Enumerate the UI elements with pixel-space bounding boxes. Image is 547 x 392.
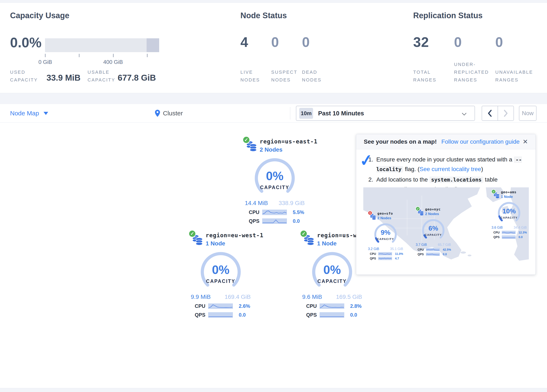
capacity-percent: 6%	[417, 225, 449, 232]
cpu-metric-row: CPU 5.5%	[249, 209, 326, 215]
cpu-value: 2.8%	[350, 303, 362, 309]
dead-nodes-count: 0	[302, 34, 310, 50]
capacity-axis-tick	[79, 54, 79, 57]
cpu-label: CPU	[417, 248, 426, 251]
cpu-value: 12.3%	[519, 231, 527, 234]
capacity-usage-bar	[45, 38, 159, 52]
capacity-label: CAPACITY	[493, 216, 525, 219]
panel-divider	[0, 93, 547, 104]
cpu-metric-row: CPU 2.6%	[195, 303, 272, 309]
region-icon: ✓	[416, 206, 425, 217]
cpu-metric-row: CPU 11.0%	[370, 252, 408, 255]
region-name: region=eu-west-1	[206, 232, 263, 239]
capacity-total: 169.5 GiB	[336, 294, 362, 300]
cpu-metric-row: CPU 12.3%	[493, 231, 529, 234]
qps-sparkline	[426, 253, 440, 256]
capacity-total: 65.7 GiB	[438, 243, 451, 247]
popup-title: See your nodes on a map!	[364, 138, 437, 145]
configuration-guide-link[interactable]: Follow our configuration guide	[441, 138, 520, 145]
step-text-fragment: )	[481, 166, 483, 172]
status-ok-icon: ✓	[188, 230, 196, 237]
under-replicated-ranges-label: UNDER-REPLICATED RANGES	[454, 61, 500, 84]
qps-metric-row: QPS 0.0	[493, 235, 529, 239]
now-button[interactable]: Now	[519, 106, 537, 121]
capacity-used: 9.6 MiB	[302, 294, 322, 300]
capacity-label: CAPACITY	[247, 185, 302, 190]
chevron-right-icon	[503, 110, 508, 117]
region-card-us-east-1[interactable]: ✓ region=us-east-1 2 Nodes	[242, 136, 326, 224]
popup-header: See your nodes on a map! Follow our conf…	[356, 134, 535, 149]
capacity-axis-tick	[113, 54, 114, 57]
footer-strip	[0, 388, 547, 392]
time-range-badge: 10m	[299, 108, 313, 119]
cpu-metric-row: CPU 2.8%	[306, 303, 384, 309]
qps-label: QPS	[306, 312, 320, 318]
breadcrumb[interactable]: Cluster	[155, 104, 183, 123]
status-ok-icon: ✓	[300, 230, 308, 237]
region-card-header: ✓ region=eu-west-1 1 Node	[188, 230, 272, 249]
cpu-sparkline	[208, 303, 233, 309]
cpu-value: 5.5%	[293, 209, 304, 215]
time-prev-button[interactable]	[482, 106, 498, 121]
step-text-fragment: Ensure every node in your cluster was st…	[376, 156, 514, 163]
capacity-used: 14.4 MiB	[245, 200, 268, 206]
time-next-button[interactable]	[498, 106, 514, 121]
capacity-gauge: 0% CAPACITY	[247, 158, 302, 199]
node-status-title: Node Status	[240, 11, 287, 20]
capacity-total: 34.4 GiB	[514, 226, 527, 229]
region-name: region=us-east-1	[260, 138, 317, 145]
cpu-value: 2.6%	[239, 303, 250, 309]
region-card-labels: geo=ams 1 Node	[501, 189, 516, 200]
capacity-values: 3.2 GiB 35.1 GiB	[368, 247, 403, 251]
close-icon[interactable]: ✕	[523, 138, 528, 145]
region-card-eu-west-1[interactable]: ✓ region=eu-west-1 1 Node	[188, 230, 272, 318]
capacity-label: CAPACITY	[193, 279, 248, 284]
geo-card-nyc[interactable]: ✓ geo=nyc 2 Nodes	[416, 206, 455, 256]
locality-tree-link[interactable]: See current locality tree	[419, 166, 481, 172]
region-card-labels: geo=sfo 2 Nodes	[377, 211, 393, 221]
region-card-labels: geo=nyc 2 Nodes	[425, 206, 441, 217]
qps-metric-row: QPS 0.0	[249, 218, 326, 224]
capacity-gauge: 9% CAPACITY	[370, 223, 401, 247]
region-icon: ✓	[491, 189, 501, 200]
capacity-axis-label-400: 400 GiB	[98, 59, 128, 65]
breadcrumb-label: Cluster	[163, 110, 183, 117]
geo-card-sfo[interactable]: 1 geo=sfo 2 Nodes	[368, 211, 408, 260]
capacity-axis-tick	[147, 54, 147, 57]
region-name: geo=ams	[501, 190, 516, 194]
qps-value: 0.0	[293, 218, 300, 224]
capacity-used: 3.7 GiB	[416, 243, 427, 247]
total-ranges-count: 32	[413, 34, 429, 50]
qps-label: QPS	[417, 253, 426, 256]
qps-metric-row: QPS 0.0	[195, 312, 272, 318]
capacity-percent: 9%	[370, 229, 401, 236]
geo-card-ams[interactable]: ✓ geo=ams 1 Node	[491, 189, 529, 239]
live-nodes-count: 4	[240, 34, 248, 50]
qps-value: 0.0	[519, 235, 522, 239]
unavailable-ranges-label: UNAVAILABLE RANGES	[495, 68, 546, 84]
time-nav-buttons	[482, 106, 514, 121]
region-icon: ✓	[300, 230, 317, 249]
qps-metric-row: QPS 0.0	[306, 312, 384, 318]
node-map-canvas: ✓ region=us-east-1 2 Nodes	[0, 123, 547, 388]
capacity-gauge: 10% CAPACITY	[493, 201, 525, 225]
qps-sparkline	[320, 312, 344, 318]
region-name: geo=nyc	[425, 207, 441, 211]
region-card-header: 1 geo=sfo 2 Nodes	[368, 211, 408, 221]
cpu-label: CPU	[370, 252, 378, 255]
capacity-values: 3.7 GiB 65.7 GiB	[416, 243, 451, 247]
region-card-header: ✓ geo=nyc 2 Nodes	[416, 206, 455, 217]
capacity-gauge: 0% CAPACITY	[193, 252, 248, 292]
region-card-header: ✓ geo=ams 1 Node	[491, 189, 529, 200]
time-range-dropdown[interactable]: 10m Past 10 Minutes	[296, 106, 475, 121]
under-replicated-ranges-count: 0	[454, 34, 462, 50]
qps-label: QPS	[249, 218, 262, 224]
capacity-usage-title: Capacity Usage	[10, 11, 69, 20]
region-card-labels: region=eu-west-1 1 Node	[206, 230, 263, 249]
dead-nodes-label: DEAD NODES	[302, 68, 327, 84]
capacity-percent: 0%	[305, 263, 360, 277]
capacity-gauge: 6% CAPACITY	[417, 219, 449, 242]
view-selector-dropdown[interactable]: Node Map	[10, 104, 48, 123]
status-ok-icon: ✓	[242, 136, 250, 144]
cpu-label: CPU	[195, 303, 208, 309]
